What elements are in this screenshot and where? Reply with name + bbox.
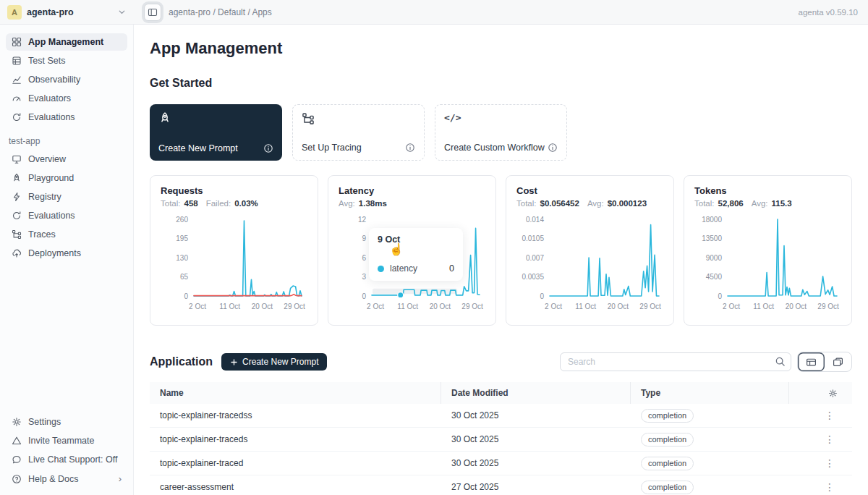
app-name: topic-explainer-traceds	[150, 434, 441, 444]
cost-chart[interactable]: 00.00350.0070.01050.0142 Oct11 Oct20 Oct…	[516, 212, 663, 316]
breadcrumb[interactable]: agenta-pro / Default / Apps	[169, 7, 272, 17]
row-menu-button[interactable]: ⋮	[789, 457, 852, 469]
card-stats: Total:458 Failed:0.03%	[161, 199, 307, 208]
row-menu-button[interactable]: ⋮	[789, 410, 852, 421]
svg-text:29 Oct: 29 Oct	[284, 302, 305, 310]
info-icon[interactable]	[263, 143, 273, 153]
search-input[interactable]	[560, 352, 791, 371]
monitor-icon	[12, 154, 22, 164]
sidebar-item-registry[interactable]: Registry	[6, 188, 127, 206]
table-view-icon	[806, 357, 817, 368]
svg-text:2 Oct: 2 Oct	[545, 302, 562, 310]
plus-icon	[230, 358, 238, 366]
tokens-chart[interactable]: 04500900013500180002 Oct11 Oct20 Oct29 O…	[694, 212, 841, 316]
app-name: career-assessment	[150, 482, 441, 492]
column-header-type[interactable]: Type	[631, 382, 789, 404]
cost-card: Cost Total:$0.056452 Avg:$0.000123 00.00…	[506, 175, 674, 326]
sidebar-item-evaluations-app[interactable]: Evaluations	[6, 207, 127, 224]
table-row[interactable]: topic-explainer-traced 30 Oct 2025 compl…	[150, 452, 852, 475]
sidebar-item-overview[interactable]: Overview	[6, 151, 127, 168]
tooltip-row: latency 0	[378, 263, 454, 274]
sidebar-group-label: test-app	[9, 136, 127, 146]
get-started-heading: Get Started	[150, 77, 852, 90]
tree-icon	[12, 229, 22, 240]
card-title: Requests	[161, 185, 307, 196]
card-view-button[interactable]	[825, 352, 851, 371]
table-view-button[interactable]	[798, 352, 825, 371]
svg-text:2 Oct: 2 Oct	[367, 302, 384, 310]
column-header-date-modified[interactable]: Date Modified	[441, 382, 631, 404]
create-new-prompt-card[interactable]: Create New Prompt	[150, 104, 282, 161]
grid-icon	[12, 37, 22, 47]
line-chart-icon	[12, 75, 22, 85]
requests-chart[interactable]: 0651301952602 Oct11 Oct20 Oct29 Oct	[161, 212, 307, 316]
create-new-prompt-button[interactable]: Create New Prompt	[221, 353, 327, 371]
sidebar-item-label: Registry	[28, 192, 61, 202]
sidebar-item-observability[interactable]: Observability	[6, 71, 127, 88]
sidebar-collapse-button[interactable]	[144, 4, 161, 21]
svg-text:29 Oct: 29 Oct	[639, 302, 661, 310]
date-modified: 30 Oct 2025	[441, 410, 631, 420]
type-badge: completion	[641, 409, 694, 423]
sidebar-item-label: Deployments	[28, 248, 81, 258]
svg-text:130: 130	[176, 254, 188, 262]
column-header-name[interactable]: Name	[150, 382, 441, 404]
svg-text:11 Oct: 11 Oct	[753, 302, 774, 310]
table-settings-button[interactable]	[789, 382, 852, 404]
sidebar-item-label: Invite Teammate	[28, 436, 94, 446]
sidebar-item-evaluators[interactable]: Evaluators	[6, 90, 127, 107]
gear-icon	[828, 389, 838, 398]
sidebar-item-playground[interactable]: Playground	[6, 169, 127, 187]
sidebar-item-help-docs[interactable]: Help & Docs ›	[6, 470, 127, 488]
row-menu-button[interactable]: ⋮	[789, 481, 852, 493]
svg-text:11 Oct: 11 Oct	[397, 302, 418, 310]
svg-text:2 Oct: 2 Oct	[189, 302, 206, 310]
date-modified: 30 Oct 2025	[441, 434, 631, 444]
svg-text:260: 260	[176, 216, 188, 224]
info-icon[interactable]	[405, 143, 415, 153]
table-row[interactable]: topic-explainer-traceds 30 Oct 2025 comp…	[150, 428, 852, 452]
sidebar-item-label: Observability	[28, 75, 80, 85]
applications-table: Name Date Modified Type topic-explainer-…	[150, 382, 852, 495]
row-menu-button[interactable]: ⋮	[789, 433, 852, 445]
date-modified: 30 Oct 2025	[441, 458, 631, 468]
sidebar-item-live-chat-support[interactable]: Live Chat Support: Off	[6, 451, 127, 468]
table-row[interactable]: career-assessment 27 Oct 2025 completion…	[150, 475, 852, 495]
svg-text:3: 3	[362, 273, 366, 281]
table-row[interactable]: topic-explainer-tracedss 30 Oct 2025 com…	[150, 404, 852, 428]
svg-text:65: 65	[180, 273, 189, 281]
sidebar-item-label: App Management	[28, 37, 103, 47]
set-up-tracing-card[interactable]: Set Up Tracing	[292, 104, 425, 161]
svg-text:29 Oct: 29 Oct	[817, 302, 839, 310]
type-badge: completion	[641, 457, 694, 470]
svg-text:29 Oct: 29 Oct	[461, 302, 483, 310]
card-stats: Total:52,806 Avg:115.3	[694, 199, 841, 208]
sidebar-item-settings[interactable]: Settings	[6, 413, 127, 431]
workspace-switcher[interactable]: A agenta-pro	[0, 5, 134, 20]
svg-text:11 Oct: 11 Oct	[219, 302, 240, 310]
svg-text:0.0035: 0.0035	[522, 273, 544, 281]
info-icon[interactable]	[548, 143, 558, 153]
card-title: Tokens	[694, 185, 841, 196]
sidebar-item-label: Evaluations	[28, 112, 75, 122]
sidebar-item-test-sets[interactable]: Test Sets	[6, 52, 127, 69]
sidebar-item-deployments[interactable]: Deployments	[6, 245, 127, 262]
sidebar-item-invite-teammate[interactable]: Invite Teammate	[6, 432, 127, 449]
search-icon[interactable]	[775, 356, 786, 367]
cloud-icon	[12, 248, 22, 258]
card-stats: Total:$0.056452 Avg:$0.000123	[516, 199, 663, 208]
create-custom-workflow-card[interactable]: </> Create Custom Workflow	[435, 104, 567, 161]
type-badge: completion	[641, 481, 694, 494]
invite-icon	[12, 436, 22, 446]
svg-text:11 Oct: 11 Oct	[575, 302, 596, 310]
latency-card: Latency Avg:1.38ms 0369122 Oct11 Oct20 O…	[328, 175, 496, 326]
svg-text:2 Oct: 2 Oct	[723, 302, 740, 310]
sidebar-item-traces[interactable]: Traces	[6, 226, 127, 243]
sidebar-item-app-management[interactable]: App Management	[6, 33, 127, 51]
svg-text:0.0105: 0.0105	[522, 234, 544, 242]
sidebar-item-label: Settings	[28, 417, 61, 427]
sidebar-item-evaluations[interactable]: Evaluations	[6, 109, 127, 126]
card-label: Create New Prompt	[158, 143, 238, 153]
sidebar-item-label: Test Sets	[28, 56, 65, 66]
sidebar-item-label: Overview	[28, 154, 66, 164]
